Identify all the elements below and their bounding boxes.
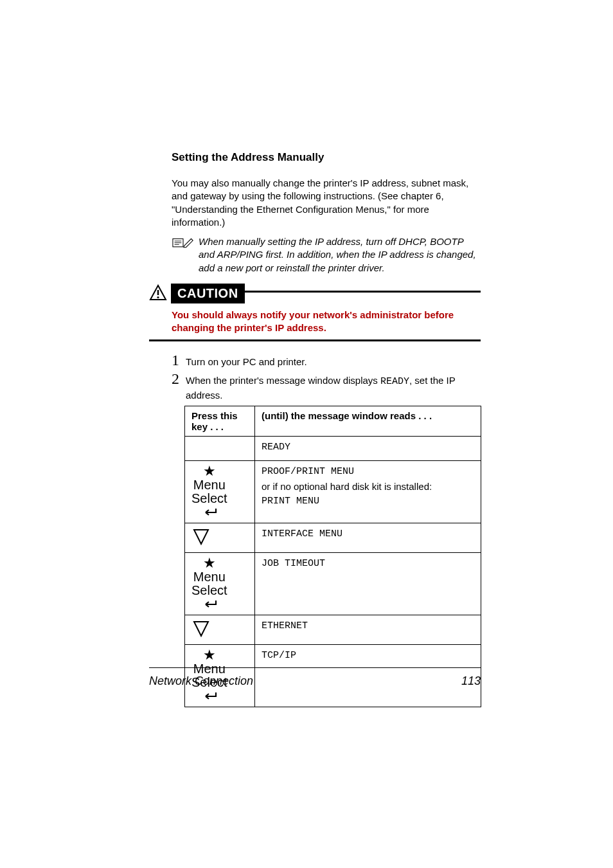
table-header-row: Press this key . . . (until) the message… <box>185 406 481 436</box>
caution-header: CAUTION <box>149 284 481 303</box>
star-icon: ★ <box>203 647 216 663</box>
caution-top-rule <box>244 291 481 302</box>
star-icon: ★ <box>203 463 216 479</box>
key-cell-menu-select: ★ Menu Select <box>185 552 255 615</box>
message-code: ETHERNET <box>262 620 474 631</box>
select-label: Select <box>191 583 227 597</box>
message-plain: or if no optional hard disk kit is insta… <box>262 481 474 492</box>
note-text: When manually setting the IP address, tu… <box>199 235 481 275</box>
pencil-note-icon <box>172 235 199 254</box>
step-2: 2 When the printer's message window disp… <box>172 370 481 402</box>
step-text-pre: When the printer's message window displa… <box>186 375 380 386</box>
svg-point-7 <box>157 296 159 298</box>
note-block: When manually setting the IP address, tu… <box>172 235 481 275</box>
step-1: 1 Turn on your PC and printer. <box>172 352 481 369</box>
svg-marker-9 <box>194 622 208 636</box>
down-triangle-icon <box>191 619 211 638</box>
message-cell: PROOF/PRINT MENU or if no optional hard … <box>255 460 481 523</box>
section-heading: Setting the Address Manually <box>172 151 481 164</box>
message-code: INTERFACE MENU <box>262 529 474 539</box>
key-cell-down <box>185 615 255 644</box>
message-cell: INTERFACE MENU <box>255 523 481 552</box>
message-code: TCP/IP <box>262 650 474 661</box>
enter-arrow-icon <box>202 597 217 611</box>
menu-label: Menu <box>193 478 226 492</box>
footer-rule <box>149 667 481 668</box>
step-text: Turn on your PC and printer. <box>186 356 307 368</box>
key-cell-empty <box>185 436 255 460</box>
table-header-message: (until) the message window reads . . . <box>255 406 481 436</box>
message-code: READY <box>262 442 474 453</box>
svg-marker-4 <box>184 239 193 247</box>
svg-marker-8 <box>194 530 208 544</box>
warning-triangle-icon <box>149 284 167 302</box>
step-number: 1 <box>172 352 186 369</box>
table-row: ★ Menu Select PROOF/PRINT MENU or if no … <box>185 460 481 523</box>
message-cell: ETHERNET <box>255 615 481 644</box>
message-code: JOB TIMEOUT <box>262 558 474 569</box>
star-icon: ★ <box>203 555 216 571</box>
table-row: INTERFACE MENU <box>185 523 481 552</box>
key-cell-menu-select: ★ Menu Select <box>185 460 255 523</box>
step-number: 2 <box>172 370 186 388</box>
step-text: When the printer's message window displa… <box>186 374 481 402</box>
key-cell-down <box>185 523 255 552</box>
down-triangle-icon <box>191 527 211 547</box>
message-cell: READY <box>255 436 481 460</box>
table-row: ★ Menu Select JOB TIMEOUT <box>185 552 481 615</box>
caution-bottom-rule <box>149 339 481 341</box>
message-code: PROOF/PRINT MENU <box>262 466 474 477</box>
step-text-code: READY <box>380 376 409 387</box>
table-row: READY <box>185 436 481 460</box>
footer-section-title: Network Connection <box>149 674 253 688</box>
caution-label: CAUTION <box>171 284 245 303</box>
enter-arrow-icon <box>202 689 217 703</box>
message-code: PRINT MENU <box>262 496 474 507</box>
caution-text: You should always notify your network's … <box>172 309 481 335</box>
message-cell: JOB TIMEOUT <box>255 552 481 615</box>
table-header-press: Press this key . . . <box>185 406 255 436</box>
table-row: ETHERNET <box>185 615 481 644</box>
menu-label: Menu <box>193 570 226 584</box>
page-footer: Network Connection 113 <box>149 667 481 688</box>
intro-paragraph: You may also manually change the printer… <box>172 177 481 229</box>
select-label: Select <box>191 491 227 505</box>
enter-arrow-icon <box>202 505 217 519</box>
key-sequence-table: Press this key . . . (until) the message… <box>184 406 481 707</box>
footer-page-number: 113 <box>461 674 481 688</box>
